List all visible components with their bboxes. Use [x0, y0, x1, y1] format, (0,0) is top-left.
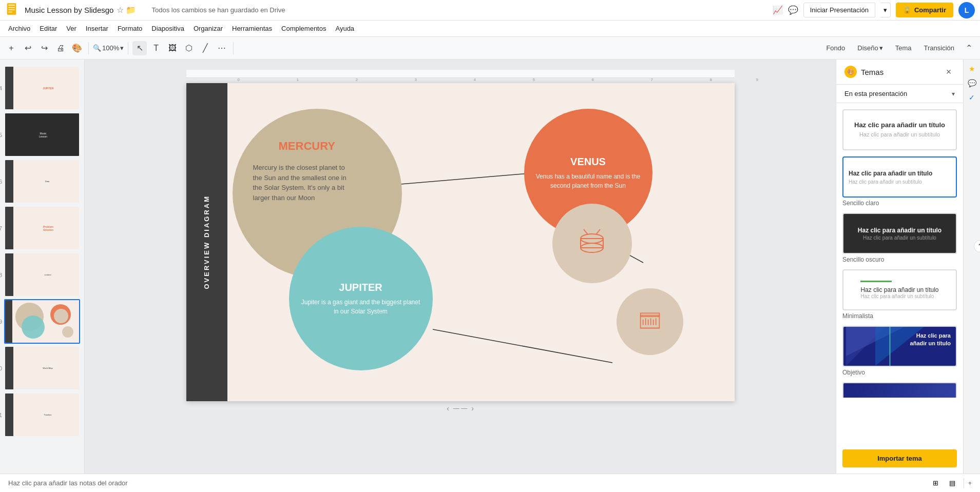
present-label: Iniciar Presentación: [810, 6, 869, 14]
comments-icon[interactable]: 💬: [966, 77, 978, 89]
separator2: [128, 42, 128, 54]
theme-item-1[interactable]: Haz clic para añadir un título Haz clic …: [842, 156, 957, 207]
theme-preview-0[interactable]: Haz clic para añadir un título Haz clic …: [842, 109, 957, 150]
zoom-out-icon[interactable]: 🔍: [93, 44, 101, 52]
theme-name-3: Minimalista: [842, 312, 957, 320]
text-tool[interactable]: T: [149, 41, 163, 55]
venus-text: Venus has a beautiful name and is the se…: [524, 172, 652, 190]
theme-item-5[interactable]: [842, 382, 957, 398]
cursor-tool[interactable]: ↖: [132, 41, 147, 55]
import-theme-button[interactable]: Importar tema: [842, 449, 957, 467]
grid-view-button[interactable]: ⊞: [929, 476, 943, 490]
speaker-notes-placeholder[interactable]: Haz clic para añadir las notas del orado…: [8, 479, 128, 487]
transicion-button[interactable]: Transición: [919, 42, 959, 54]
theme-name-4: Objetivo: [842, 369, 957, 376]
slide-thumb-17[interactable]: 17 ProblemSolution: [4, 206, 80, 250]
canvas-area[interactable]: 0 1 2 3 4 5 6 7 8 9 OVERVIEW DIAGRAM: [85, 60, 836, 474]
filter-label: En esta presentación: [844, 90, 952, 97]
zoom-chevron[interactable]: ▾: [120, 44, 124, 52]
slide-thumb-14[interactable]: 14 JUPITER: [4, 66, 80, 110]
svg-line-12: [584, 229, 588, 234]
svg-line-7: [433, 329, 612, 363]
menu-ver[interactable]: Ver: [62, 23, 81, 34]
folder-icon[interactable]: 📁: [126, 5, 136, 15]
collapse-panel-button[interactable]: ⌃: [962, 41, 976, 55]
zoom-control[interactable]: 🔍 100% ▾: [93, 44, 124, 52]
present-arrow-button[interactable]: ▾: [880, 3, 891, 17]
present-button[interactable]: Iniciar Presentación: [803, 3, 875, 17]
shape-tool[interactable]: ⬡: [182, 41, 196, 55]
mercury-text[interactable]: Mercury is the closest planet to the Sun…: [253, 163, 356, 203]
theme-preview-4[interactable]: Haz clic paraañadir un título: [842, 326, 957, 367]
tema-button[interactable]: Tema: [890, 42, 917, 54]
slide-indicator: — —: [453, 405, 467, 412]
document-title[interactable]: Music Lesson by Slidesgo: [25, 6, 113, 14]
svg-rect-3: [8, 9, 15, 10]
menu-editar[interactable]: Editar: [35, 23, 61, 34]
comment-icon[interactable]: 💬: [788, 5, 798, 15]
theme-item-2[interactable]: Haz clic para añadir un título Haz clic …: [842, 213, 957, 263]
diseno-arrow: ▾: [879, 44, 883, 52]
slide-thumb-16[interactable]: 16 Data: [4, 159, 80, 204]
slide-thumb-inner-15: MusicLesson: [5, 113, 79, 156]
zoom-level[interactable]: 100%: [102, 44, 119, 52]
slide-thumb-inner-18: content: [5, 253, 79, 296]
list-view-button[interactable]: ▤: [945, 476, 959, 490]
slide-num-17: 17: [0, 225, 2, 231]
jupiter-circle[interactable]: JUPITER Jupiter is a gas giant and the b…: [289, 227, 433, 370]
menu-ayuda[interactable]: Ayuda: [331, 23, 358, 34]
theme-item-4[interactable]: Haz clic paraañadir un título Objetivo: [842, 326, 957, 376]
menu-formato[interactable]: Formato: [113, 23, 146, 34]
diseno-button[interactable]: Diseño ▾: [852, 42, 888, 54]
slide-panel[interactable]: 14 JUPITER 15 MusicLesson 16: [0, 60, 85, 474]
close-panel-button[interactable]: ×: [943, 66, 955, 78]
mercury-title[interactable]: MERCURY: [279, 140, 335, 153]
prev-arrow[interactable]: ‹: [447, 404, 449, 412]
menu-organizar[interactable]: Organizar: [189, 23, 227, 34]
menu-archivo[interactable]: Archivo: [4, 23, 34, 34]
separator3: [233, 42, 234, 54]
explore-icon[interactable]: ★: [966, 63, 978, 75]
theme-item-0[interactable]: Haz clic para añadir un título Haz clic …: [842, 109, 957, 150]
app-logo[interactable]: [5, 3, 21, 18]
theme-item-3[interactable]: Haz clic para añadir un título Haz clic …: [842, 269, 957, 320]
menu-herramientas[interactable]: Herramientas: [228, 23, 276, 34]
topbar-actions: 📈 💬 Iniciar Presentación ▾ 🔒 Compartir L: [773, 2, 975, 18]
print-button[interactable]: 🖨: [53, 41, 68, 55]
share-button[interactable]: 🔒 Compartir: [896, 3, 953, 17]
theme-preview-5[interactable]: [842, 382, 957, 398]
diseno-label: Diseño: [857, 44, 878, 52]
next-arrow[interactable]: ›: [471, 404, 474, 412]
slide-left-bar: OVERVIEW DIAGRAM: [186, 83, 227, 401]
menu-diapositiva[interactable]: Diapositiva: [147, 23, 188, 34]
star-icon[interactable]: ☆: [117, 5, 124, 15]
themes-filter[interactable]: En esta presentación ▾: [836, 85, 963, 103]
check-icon[interactable]: ✓: [966, 91, 978, 104]
paint-button[interactable]: 🎨: [70, 41, 84, 55]
menu-insertar[interactable]: Insertar: [82, 23, 112, 34]
trending-icon[interactable]: 📈: [773, 5, 783, 15]
image-tool[interactable]: 🖼: [165, 41, 180, 55]
theme-preview-3[interactable]: Haz clic para añadir un título Haz clic …: [842, 269, 957, 310]
slide-thumb-21[interactable]: 21 Timeline: [4, 392, 80, 437]
themes-list: Haz clic para añadir un título Haz clic …: [836, 103, 963, 443]
themes-title: Temas: [861, 68, 943, 76]
redo-button[interactable]: ↪: [37, 41, 51, 55]
slide-canvas[interactable]: OVERVIEW DIAGRAM MERCURY: [186, 83, 735, 401]
slide-thumb-15[interactable]: 15 MusicLesson: [4, 112, 80, 157]
theme-preview-2[interactable]: Haz clic para añadir un título Haz clic …: [842, 213, 957, 254]
slide-thumb-18[interactable]: 18 content: [4, 252, 80, 297]
undo-button[interactable]: ↩: [21, 41, 35, 55]
more-tools[interactable]: ⋯: [215, 41, 229, 55]
bottom-bar: Haz clic para añadir las notas del orado…: [0, 474, 980, 492]
theme-preview-1[interactable]: Haz clic para añadir un título Haz clic …: [842, 156, 957, 198]
menu-complementos[interactable]: Complementos: [277, 23, 330, 34]
slide-thumb-19[interactable]: 19: [4, 299, 80, 344]
avatar[interactable]: L: [958, 2, 975, 18]
add-button[interactable]: +: [4, 41, 18, 55]
slide-thumb-20[interactable]: 20 World Map: [4, 346, 80, 390]
line-tool[interactable]: ╱: [198, 41, 213, 55]
zoom-fit-button[interactable]: +: [968, 480, 972, 487]
slide-container[interactable]: OVERVIEW DIAGRAM MERCURY: [186, 83, 735, 401]
fondo-button[interactable]: Fondo: [821, 42, 850, 54]
